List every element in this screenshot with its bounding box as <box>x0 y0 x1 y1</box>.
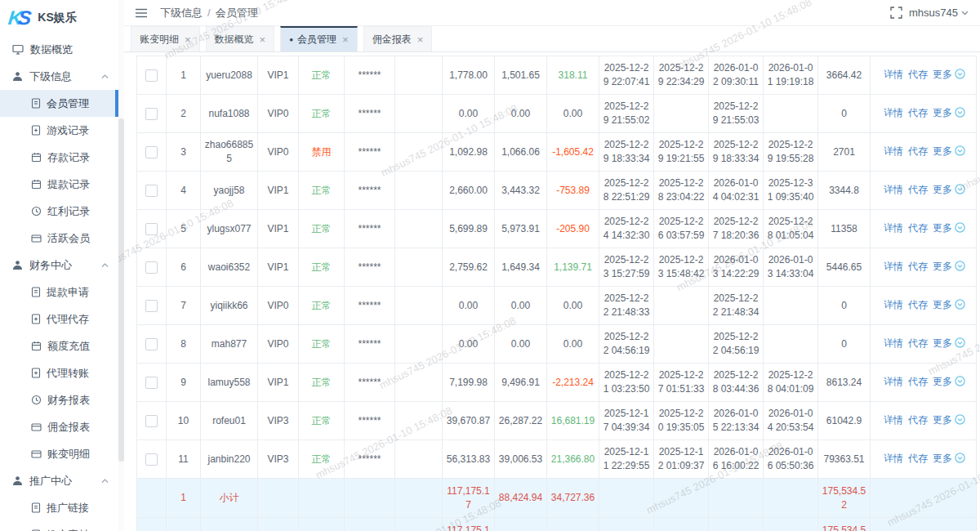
more-link[interactable]: 更多 <box>933 337 952 349</box>
sidebar-item-额度充值[interactable]: 额度充值 <box>0 332 118 359</box>
row-checkbox[interactable] <box>145 185 158 197</box>
tab-会员管理[interactable]: ●会员管理× <box>280 26 357 51</box>
deposit-link[interactable]: 代存 <box>908 337 928 349</box>
cell-deposit-total: 0.00 <box>443 325 495 364</box>
fullscreen-icon[interactable] <box>890 7 902 19</box>
tab-佣金报表[interactable]: 佣金报表× <box>363 26 433 51</box>
detail-link[interactable]: 详情 <box>884 376 903 387</box>
sidebar-item-数据概览[interactable]: 数据概览 <box>0 36 118 63</box>
menu-toggle-icon[interactable] <box>136 8 147 18</box>
more-circle-icon[interactable] <box>955 145 965 160</box>
deposit-link[interactable]: 代存 <box>908 414 928 426</box>
more-circle-icon[interactable] <box>955 222 965 237</box>
tab-数据概览[interactable]: 数据概览× <box>206 26 275 51</box>
row-checkbox[interactable] <box>145 261 158 274</box>
more-link[interactable]: 更多 <box>933 184 952 195</box>
breadcrumb-parent[interactable]: 下级信息 <box>160 6 203 20</box>
user-menu[interactable]: mhsus745 <box>909 7 969 19</box>
row-checkbox[interactable] <box>145 69 158 82</box>
more-link[interactable]: 更多 <box>933 376 952 387</box>
more-link[interactable]: 更多 <box>933 107 952 118</box>
deposit-link[interactable]: 代存 <box>908 261 928 272</box>
sidebar-group-推广中心[interactable]: 推广中心 <box>0 467 118 494</box>
detail-link[interactable]: 详情 <box>884 184 903 195</box>
detail-link[interactable]: 详情 <box>884 222 903 234</box>
sidebar-item-财务报表[interactable]: 财务报表 <box>0 386 118 413</box>
detail-link[interactable]: 详情 <box>884 337 903 349</box>
more-link[interactable]: 更多 <box>933 261 952 272</box>
sidebar-item-存款记录[interactable]: 存款记录 <box>0 144 118 171</box>
more-link[interactable]: 更多 <box>933 453 952 464</box>
cell-deposit-total: 2,759.62 <box>443 248 495 287</box>
sidebar-item-label: 提款记录 <box>47 177 90 192</box>
more-circle-icon[interactable] <box>955 453 965 467</box>
sidebar-item-红利记录[interactable]: 红利记录 <box>0 198 118 225</box>
more-link[interactable]: 更多 <box>933 299 952 310</box>
close-icon[interactable]: × <box>185 33 191 46</box>
more-circle-icon[interactable] <box>955 414 965 429</box>
deposit-link[interactable]: 代存 <box>908 222 928 234</box>
sidebar-item-游戏记录[interactable]: 游戏记录 <box>0 117 118 144</box>
deposit-link[interactable]: 代存 <box>908 184 928 195</box>
close-icon[interactable]: × <box>342 33 349 46</box>
scrollbar-track[interactable] <box>118 0 124 531</box>
more-circle-icon[interactable] <box>955 337 965 352</box>
detail-link[interactable]: 详情 <box>884 453 903 464</box>
deposit-link[interactable]: 代存 <box>908 453 928 464</box>
detail-link[interactable]: 详情 <box>884 107 903 118</box>
deposit-link[interactable]: 代存 <box>908 69 928 80</box>
sidebar-group-下级信息[interactable]: 下级信息 <box>0 63 118 90</box>
cell-vip-level: VIP1 <box>258 248 299 287</box>
sidebar-item-代理代存[interactable]: 代理代存 <box>0 306 118 332</box>
detail-link[interactable]: 详情 <box>884 69 903 80</box>
cell-vip-level: VIP0 <box>258 325 299 364</box>
row-checkbox[interactable] <box>145 377 158 389</box>
more-link[interactable]: 更多 <box>933 414 952 426</box>
cell-date-last-bet: 2026-01-04 20:53:54 <box>764 402 818 440</box>
sidebar-item-账变明细[interactable]: 账变明细 <box>0 440 118 467</box>
more-circle-icon[interactable] <box>955 376 965 390</box>
sidebar-item-推广素材[interactable]: 推广素材 <box>0 521 118 531</box>
more-link[interactable]: 更多 <box>933 222 952 234</box>
deposit-link[interactable]: 代存 <box>908 107 928 118</box>
more-link[interactable]: 更多 <box>933 145 952 157</box>
detail-link[interactable]: 详情 <box>884 414 903 426</box>
more-circle-icon[interactable] <box>955 261 965 275</box>
cell-select <box>137 518 167 531</box>
more-circle-icon[interactable] <box>955 299 965 314</box>
detail-link[interactable]: 详情 <box>884 145 903 157</box>
sidebar-item-活跃会员[interactable]: 活跃会员 <box>0 225 118 252</box>
cell-date-last-login: 2026-01-04 04:02:31 <box>709 172 764 210</box>
sidebar-item-提款记录[interactable]: 提款记录 <box>0 171 118 198</box>
more-link[interactable]: 更多 <box>933 69 952 80</box>
row-checkbox[interactable] <box>145 223 158 235</box>
row-checkbox[interactable] <box>145 453 158 466</box>
deposit-link[interactable]: 代存 <box>908 376 928 387</box>
sidebar-item-推广链接[interactable]: 推广链接 <box>0 494 118 521</box>
deposit-link[interactable]: 代存 <box>908 299 928 310</box>
close-icon[interactable]: × <box>260 33 266 46</box>
tab-账变明细[interactable]: 账变明细× <box>131 26 200 51</box>
deposit-link[interactable]: 代存 <box>908 145 928 157</box>
row-checkbox[interactable] <box>145 146 158 158</box>
cell-amount: 0 <box>818 287 871 325</box>
sidebar-item-会员管理[interactable]: 会员管理 <box>0 90 118 117</box>
row-checkbox[interactable] <box>145 300 158 312</box>
row-checkbox[interactable] <box>145 108 158 120</box>
row-checkbox[interactable] <box>145 415 158 427</box>
detail-link[interactable]: 详情 <box>884 299 903 310</box>
sidebar-group-财务中心[interactable]: 财务中心 <box>0 252 118 279</box>
more-circle-icon[interactable] <box>955 69 965 83</box>
more-circle-icon[interactable] <box>955 107 965 122</box>
cell-date-last-login: 2026-01-05 22:13:34 <box>709 402 764 440</box>
row-checkbox[interactable] <box>145 338 158 350</box>
close-icon[interactable]: × <box>417 33 424 46</box>
sidebar-item-佣金报表[interactable]: 佣金报表 <box>0 413 118 440</box>
more-circle-icon[interactable] <box>955 184 965 199</box>
sidebar-item-提款申请[interactable]: 提款申请 <box>0 279 118 306</box>
cell-date-last-login: 2026-01-02 09:30:11 <box>709 56 764 95</box>
scrollbar-thumb[interactable] <box>118 118 124 462</box>
cell-date-first-deposit <box>654 479 709 518</box>
detail-link[interactable]: 详情 <box>884 261 903 272</box>
sidebar-item-代理转账[interactable]: 代理转账 <box>0 359 118 386</box>
